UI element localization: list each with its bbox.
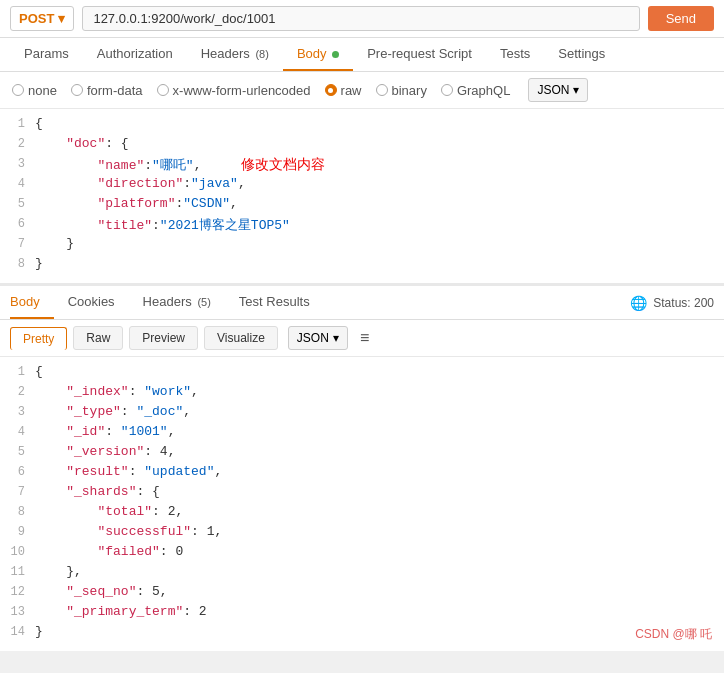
resp-line-4: 4 "_id": "1001",	[0, 423, 724, 443]
resp-preview-btn[interactable]: Preview	[129, 326, 198, 350]
body-type-selector: none form-data x-www-form-urlencoded raw…	[0, 72, 724, 109]
tab-tests[interactable]: Tests	[486, 38, 544, 71]
resp-line-8: 8 "total": 2,	[0, 503, 724, 523]
top-bar: POST ▾ Send	[0, 0, 724, 38]
resp-pretty-btn[interactable]: Pretty	[10, 327, 67, 350]
resp-line-2: 2 "_index": "work",	[0, 383, 724, 403]
tab-body[interactable]: Body	[283, 38, 353, 71]
radio-binary-icon	[376, 84, 388, 96]
send-button[interactable]: Send	[648, 6, 714, 31]
chevron-down-icon: ▾	[58, 11, 65, 26]
request-code-panel[interactable]: 1 { 2 "doc": { 3 "name":"哪吒", 修改文档内容 4 "…	[0, 109, 724, 286]
headers-badge: (8)	[255, 48, 268, 60]
tab-authorization[interactable]: Authorization	[83, 38, 187, 71]
tab-headers[interactable]: Headers (8)	[187, 38, 283, 71]
resp-line-9: 9 "successful": 1,	[0, 523, 724, 543]
resp-tab-headers[interactable]: Headers (5)	[129, 286, 225, 319]
resp-format-select[interactable]: JSON ▾	[288, 326, 348, 350]
method-label: POST	[19, 11, 54, 26]
resp-line-13: 13 "_primary_term": 2	[0, 603, 724, 623]
annotation-modify: 修改文档内容	[241, 156, 325, 174]
tab-params[interactable]: Params	[10, 38, 83, 71]
watermark: CSDN @哪 吒	[635, 626, 712, 643]
globe-icon: 🌐	[630, 295, 647, 311]
resp-line-7: 7 "_shards": {	[0, 483, 724, 503]
resp-line-5: 5 "_version": 4,	[0, 443, 724, 463]
radio-none-icon	[12, 84, 24, 96]
type-graphql[interactable]: GraphQL	[441, 83, 510, 98]
resp-headers-badge: (5)	[197, 296, 210, 308]
body-active-dot	[332, 51, 339, 58]
response-code-panel: 1 { 2 "_index": "work", 3 "_type": "_doc…	[0, 357, 724, 651]
resp-line-10: 10 "failed": 0	[0, 543, 724, 563]
status-badge: 🌐 Status: 200	[630, 295, 714, 311]
radio-graphql-icon	[441, 84, 453, 96]
resp-line-6: 6 "result": "updated",	[0, 463, 724, 483]
code-line-8: 8 }	[0, 255, 724, 275]
radio-raw-icon	[325, 84, 337, 96]
url-input[interactable]	[82, 6, 639, 31]
type-form-data[interactable]: form-data	[71, 83, 143, 98]
type-none[interactable]: none	[12, 83, 57, 98]
code-line-1: 1 {	[0, 115, 724, 135]
type-raw[interactable]: raw	[325, 83, 362, 98]
resp-line-3: 3 "_type": "_doc",	[0, 403, 724, 423]
response-wrapper: 1 { 2 "_index": "work", 3 "_type": "_doc…	[0, 357, 724, 651]
resp-visualize-btn[interactable]: Visualize	[204, 326, 278, 350]
chevron-down-icon: ▾	[333, 331, 339, 345]
code-line-5: 5 "platform":"CSDN",	[0, 195, 724, 215]
resp-line-11: 11 },	[0, 563, 724, 583]
response-nav-tabs: Body Cookies Headers (5) Test Results 🌐 …	[0, 286, 724, 320]
resp-tab-body[interactable]: Body	[10, 286, 54, 319]
radio-urlencoded-icon	[157, 84, 169, 96]
resp-line-1: 1 {	[0, 363, 724, 383]
type-binary[interactable]: binary	[376, 83, 427, 98]
resp-line-14: 14 }	[0, 623, 724, 643]
request-nav-tabs: Params Authorization Headers (8) Body Pr…	[0, 38, 724, 72]
code-line-6: 6 "title":"2021博客之星TOP5"	[0, 215, 724, 235]
response-toolbar: Pretty Raw Preview Visualize JSON ▾ ≡	[0, 320, 724, 357]
type-urlencoded[interactable]: x-www-form-urlencoded	[157, 83, 311, 98]
code-line-4: 4 "direction":"java",	[0, 175, 724, 195]
lines-icon[interactable]: ≡	[354, 327, 375, 349]
code-line-3: 3 "name":"哪吒", 修改文档内容	[0, 155, 724, 175]
resp-tab-cookies[interactable]: Cookies	[54, 286, 129, 319]
method-select[interactable]: POST ▾	[10, 6, 74, 31]
code-line-2: 2 "doc": {	[0, 135, 724, 155]
resp-raw-btn[interactable]: Raw	[73, 326, 123, 350]
tab-pre-request[interactable]: Pre-request Script	[353, 38, 486, 71]
resp-line-12: 12 "_seq_no": 5,	[0, 583, 724, 603]
chevron-down-icon: ▾	[573, 83, 579, 97]
tab-settings[interactable]: Settings	[544, 38, 619, 71]
resp-tab-test-results[interactable]: Test Results	[225, 286, 324, 319]
body-format-select[interactable]: JSON ▾	[528, 78, 588, 102]
code-line-7: 7 }	[0, 235, 724, 255]
radio-form-data-icon	[71, 84, 83, 96]
